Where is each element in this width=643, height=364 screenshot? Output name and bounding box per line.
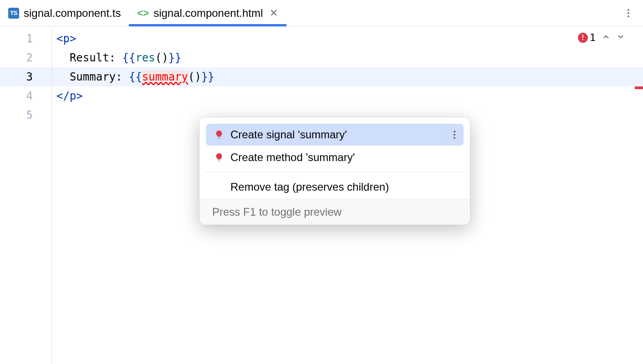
line-number[interactable]: 4	[0, 86, 51, 106]
error-count: 1	[590, 32, 596, 43]
tab-signal-component-ts[interactable]: TS signal.component.ts	[0, 0, 129, 26]
line-number[interactable]: 3	[0, 67, 51, 86]
intention-options-button[interactable]	[445, 124, 455, 146]
code-line[interactable]: </p>	[52, 86, 643, 106]
tab-label: signal.component.ts	[24, 7, 121, 20]
typescript-file-icon: TS	[8, 8, 19, 19]
tab-bar: TS signal.component.ts <> signal.compone…	[0, 0, 643, 26]
intention-label: Create method 'summary'	[230, 151, 355, 164]
tab-options-button[interactable]	[622, 7, 635, 20]
error-token: summary	[142, 71, 188, 83]
error-stripe-marker[interactable]	[635, 86, 643, 89]
line-number[interactable]: 1	[0, 29, 51, 48]
close-tab-icon[interactable]: ✕	[269, 9, 278, 18]
next-highlight-icon[interactable]	[617, 32, 625, 43]
popup-hint: Press F1 to toggle preview	[199, 199, 470, 225]
intention-create-method[interactable]: Create method 'summary'	[206, 147, 464, 168]
error-icon: !	[578, 33, 588, 43]
bulb-error-icon	[214, 130, 224, 140]
code-line[interactable]: Result: {{res()}}	[52, 48, 643, 67]
code-line[interactable]: Summary: {{summary()}}	[52, 67, 643, 86]
code-pane[interactable]: <p> Result: {{res()}} Summary: {{summary…	[51, 26, 643, 364]
intention-popup: Create signal 'summary' Create method 's…	[199, 117, 470, 225]
inspection-widget: ! 1	[578, 32, 625, 43]
intention-label: Create signal 'summary'	[230, 128, 347, 141]
line-number[interactable]: 2	[0, 48, 51, 67]
bulb-error-icon	[214, 152, 224, 162]
gutter: 1 2 3 4 5	[0, 26, 51, 364]
popup-separator	[206, 172, 464, 172]
intention-remove-tag[interactable]: Remove tag (preserves children)	[206, 176, 464, 198]
editor: 1 2 3 4 5 <p> Result: {{res()}} Summary:…	[0, 26, 643, 364]
error-count-badge[interactable]: ! 1	[578, 32, 596, 43]
intention-create-signal[interactable]: Create signal 'summary'	[206, 124, 464, 146]
html-file-icon: <>	[137, 7, 149, 19]
prev-highlight-icon[interactable]	[602, 32, 610, 43]
tab-signal-component-html[interactable]: <> signal.component.html ✕	[129, 0, 286, 26]
tab-label: signal.component.html	[153, 7, 263, 20]
intention-label: Remove tag (preserves children)	[230, 181, 389, 193]
line-number[interactable]: 5	[0, 106, 51, 125]
code-line[interactable]: <p>	[52, 29, 643, 48]
